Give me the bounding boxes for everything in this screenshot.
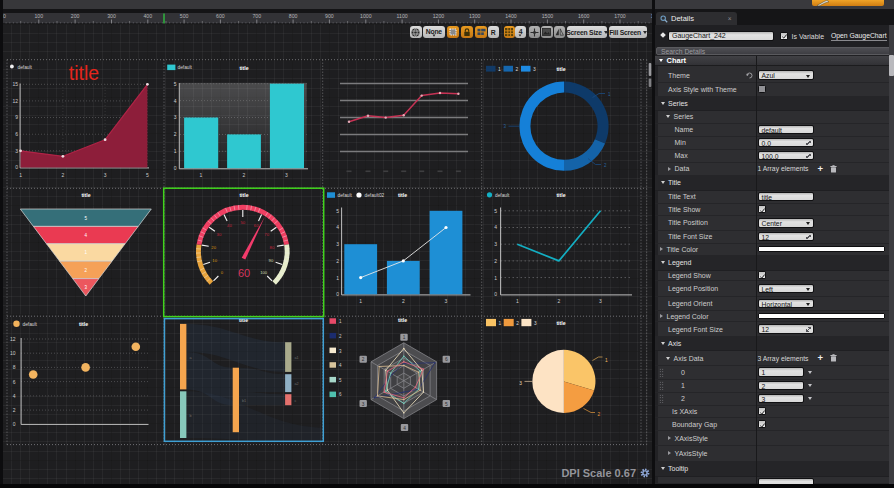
svg-text:1: 1 <box>516 298 519 304</box>
svg-text:1100: 1100 <box>397 13 408 19</box>
svg-text:2: 2 <box>339 334 342 339</box>
svg-text:default: default <box>178 65 193 70</box>
svg-text:0: 0 <box>13 421 16 427</box>
svg-text:1: 1 <box>174 148 177 154</box>
svg-text:a1: a1 <box>295 356 299 360</box>
svg-text:1200: 1200 <box>433 13 445 19</box>
svg-text:3: 3 <box>336 241 339 247</box>
svg-text:2: 2 <box>336 258 339 264</box>
svg-text:10: 10 <box>10 350 16 356</box>
svg-text:title: title <box>81 192 90 198</box>
svg-text:900: 900 <box>325 13 334 19</box>
svg-text:3: 3 <box>339 349 342 354</box>
svg-text:10: 10 <box>212 258 217 263</box>
svg-text:1: 1 <box>403 335 406 340</box>
svg-text:3: 3 <box>494 241 497 247</box>
svg-text:3: 3 <box>599 298 602 304</box>
svg-text:1: 1 <box>498 66 501 72</box>
svg-text:b1: b1 <box>242 399 246 403</box>
svg-text:4: 4 <box>174 98 177 104</box>
svg-text:300: 300 <box>107 13 116 19</box>
svg-text:0: 0 <box>15 164 18 170</box>
svg-text:500: 500 <box>180 13 189 19</box>
svg-text:title: title <box>239 65 248 71</box>
svg-text:12: 12 <box>12 98 18 104</box>
svg-text:9: 9 <box>15 114 18 120</box>
svg-text:2: 2 <box>598 412 601 417</box>
svg-text:15: 15 <box>12 81 18 87</box>
svg-text:60: 60 <box>254 223 259 228</box>
svg-text:1700: 1700 <box>614 13 626 19</box>
svg-text:default: default <box>495 193 510 198</box>
svg-text:2: 2 <box>516 66 519 72</box>
svg-text:1: 1 <box>336 275 339 281</box>
svg-text:1: 1 <box>608 92 611 97</box>
svg-text:4: 4 <box>403 426 406 431</box>
svg-text:100: 100 <box>260 270 268 275</box>
svg-text:title: title <box>556 320 565 326</box>
svg-text:20: 20 <box>211 245 216 250</box>
svg-text:2: 2 <box>604 163 607 168</box>
svg-text:90: 90 <box>269 258 274 263</box>
svg-text:600: 600 <box>216 13 225 19</box>
svg-text:3: 3 <box>534 321 537 326</box>
svg-text:default: default <box>338 193 353 198</box>
svg-text:title: title <box>79 321 88 327</box>
svg-text:700: 700 <box>252 13 261 19</box>
svg-text:title: title <box>398 317 407 323</box>
svg-text:default: default <box>18 65 33 70</box>
svg-text:2: 2 <box>13 407 16 413</box>
svg-text:1: 1 <box>339 319 342 324</box>
svg-text:title: title <box>239 192 248 198</box>
svg-text:4: 4 <box>494 224 497 230</box>
svg-text:3: 3 <box>362 402 365 407</box>
svg-text:1300: 1300 <box>469 13 481 19</box>
svg-text:4: 4 <box>13 393 16 399</box>
svg-text:5: 5 <box>494 208 497 214</box>
svg-text:3: 3 <box>445 298 448 304</box>
svg-text:3: 3 <box>503 124 506 129</box>
svg-text:1: 1 <box>19 172 22 178</box>
svg-text:1000: 1000 <box>360 13 372 19</box>
svg-text:2: 2 <box>362 357 365 362</box>
svg-text:30: 30 <box>217 232 222 237</box>
svg-text:12: 12 <box>10 336 16 342</box>
svg-text:800: 800 <box>289 13 298 19</box>
svg-text:6: 6 <box>13 379 16 385</box>
svg-text:40: 40 <box>227 223 232 228</box>
svg-text:0: 0 <box>3 13 6 19</box>
svg-text:6: 6 <box>339 392 342 397</box>
svg-text:1400: 1400 <box>505 13 517 19</box>
svg-text:80: 80 <box>270 245 275 250</box>
svg-text:400: 400 <box>143 13 152 19</box>
svg-text:3: 3 <box>533 66 536 72</box>
svg-text:5: 5 <box>445 402 448 407</box>
svg-text:title: title <box>398 192 407 198</box>
svg-text:3: 3 <box>15 148 18 154</box>
svg-text:4: 4 <box>339 363 342 368</box>
svg-text:50: 50 <box>240 220 245 225</box>
svg-text:3: 3 <box>285 172 288 178</box>
svg-text:3: 3 <box>174 114 177 120</box>
svg-text:b: b <box>190 414 192 418</box>
svg-text:4: 4 <box>336 224 339 230</box>
svg-text:2: 2 <box>243 172 246 178</box>
svg-text:3: 3 <box>104 172 107 178</box>
svg-text:title: title <box>69 62 99 84</box>
svg-text:1: 1 <box>494 275 497 281</box>
svg-text:2: 2 <box>174 131 177 137</box>
svg-text:5: 5 <box>339 378 342 383</box>
svg-text:a2: a2 <box>295 382 299 386</box>
svg-text:default02: default02 <box>365 193 385 198</box>
svg-text:default: default <box>23 322 38 327</box>
svg-text:title: title <box>556 66 565 72</box>
svg-text:3: 3 <box>519 381 522 386</box>
svg-text:200: 200 <box>71 13 80 19</box>
svg-text:2: 2 <box>62 172 65 178</box>
svg-text:1: 1 <box>605 358 608 363</box>
svg-text:1: 1 <box>499 321 502 326</box>
svg-text:2: 2 <box>494 258 497 264</box>
svg-text:1: 1 <box>200 172 203 178</box>
svg-text:8: 8 <box>13 364 16 370</box>
svg-text:0: 0 <box>174 165 177 171</box>
